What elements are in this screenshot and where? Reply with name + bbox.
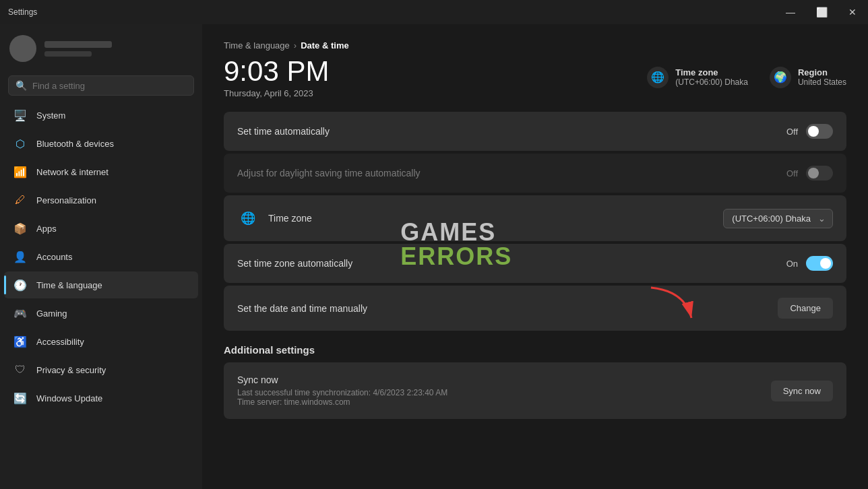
sidebar-item-gaming[interactable]: 🎮 Gaming xyxy=(4,300,198,327)
daylight-saving-row: Adjust for daylight saving time automati… xyxy=(224,154,846,193)
timezone-row-icon: 🌐 xyxy=(237,207,259,229)
window-controls: — ⬜ ✕ xyxy=(775,0,868,24)
time-value: 9:03 PM xyxy=(224,56,329,87)
sync-row: Sync now Last successful time synchroniz… xyxy=(224,362,846,419)
change-button[interactable]: Change xyxy=(778,298,833,319)
set-time-auto-label: Set time automatically xyxy=(237,126,330,137)
close-button[interactable]: ✕ xyxy=(837,0,868,24)
profile-section xyxy=(0,24,202,73)
region-label: Region xyxy=(798,67,846,77)
search-box[interactable]: 🔍 xyxy=(8,75,194,96)
time-meta: 🌐 Time zone (UTC+06:00) Dhaka 🌍 Region U… xyxy=(647,67,846,88)
profile-info xyxy=(44,41,112,57)
content-area: Time & language › Date & time 9:03 PM Th… xyxy=(202,24,868,489)
toggle-thumb xyxy=(808,126,819,137)
sync-now-button[interactable]: Sync now xyxy=(771,381,833,401)
sidebar-item-time-language[interactable]: 🕐 Time & language xyxy=(4,271,198,298)
sidebar-item-personalization[interactable]: 🖊 Personalization xyxy=(4,187,198,214)
sidebar-item-network[interactable]: 📶 Network & internet xyxy=(4,158,198,185)
sidebar-item-accounts[interactable]: 👤 Accounts xyxy=(4,243,198,270)
sidebar-label-apps: Apps xyxy=(36,224,57,234)
timezone-label: Time zone xyxy=(675,67,748,77)
timezone-row: 🌐 Time zone (UTC+06:00) Dhaka xyxy=(224,195,846,241)
time-display: 9:03 PM Thursday, April 6, 2023 xyxy=(224,56,329,98)
sync-info: Sync now Last successful time synchroniz… xyxy=(237,374,447,407)
region-value: United States xyxy=(798,77,846,87)
maximize-button[interactable]: ⬜ xyxy=(806,0,837,24)
privacy-icon: 🛡 xyxy=(13,363,27,377)
time-header: 9:03 PM Thursday, April 6, 2023 🌐 Time z… xyxy=(224,56,846,98)
breadcrumb-parent[interactable]: Time & language xyxy=(224,40,290,51)
sidebar-item-bluetooth[interactable]: ⬡ Bluetooth & devices xyxy=(4,130,198,157)
region-info: Region United States xyxy=(798,67,846,87)
window-title: Settings xyxy=(8,7,37,17)
set-time-auto-right: Off xyxy=(786,124,833,139)
additional-settings-heading: Additional settings xyxy=(224,344,846,356)
time-language-icon: 🕐 xyxy=(13,278,27,292)
date-value: Thursday, April 6, 2023 xyxy=(224,88,329,98)
set-timezone-auto-toggle[interactable] xyxy=(806,256,833,271)
apps-icon: 📦 xyxy=(13,222,27,235)
sidebar-label-gaming: Gaming xyxy=(36,308,67,319)
set-time-auto-toggle[interactable] xyxy=(806,124,833,139)
system-icon: 🖥️ xyxy=(13,108,27,122)
network-icon: 📶 xyxy=(13,165,27,178)
sync-title: Sync now xyxy=(237,374,447,385)
timezone-icon: 🌐 xyxy=(647,67,669,88)
app-body: 🔍 🖥️ System ⬡ Bluetooth & devices 📶 Netw… xyxy=(0,24,868,489)
profile-sub-placeholder xyxy=(44,51,92,57)
sidebar-label-personalization: Personalization xyxy=(36,195,96,205)
sidebar-label-accounts: Accounts xyxy=(36,252,72,262)
timezone-info: Time zone (UTC+06:00) Dhaka xyxy=(675,67,748,87)
change-btn-container: Change xyxy=(778,298,833,319)
daylight-saving-toggle[interactable] xyxy=(806,166,833,181)
daylight-saving-right: Off xyxy=(786,166,833,181)
toggle-thumb-3 xyxy=(820,258,831,269)
sync-detail-1: Last successful time synchronization: 4/… xyxy=(237,388,447,397)
minimize-button[interactable]: — xyxy=(775,0,806,24)
timezone-meta: 🌐 Time zone (UTC+06:00) Dhaka xyxy=(647,67,748,88)
accounts-icon: 👤 xyxy=(13,250,27,263)
personalization-icon: 🖊 xyxy=(13,193,27,207)
toggle-thumb-2 xyxy=(808,168,819,178)
daylight-saving-status: Off xyxy=(786,168,798,178)
sidebar-label-network: Network & internet xyxy=(36,167,108,177)
region-icon: 🌍 xyxy=(770,67,791,88)
search-input[interactable] xyxy=(32,81,187,91)
sidebar-label-bluetooth: Bluetooth & devices xyxy=(36,139,114,149)
set-time-auto-status: Off xyxy=(786,127,798,137)
set-time-auto-row: Set time automatically Off xyxy=(224,112,846,151)
bluetooth-icon: ⬡ xyxy=(13,137,27,150)
breadcrumb-current: Date & time xyxy=(301,40,349,51)
sidebar-item-system[interactable]: 🖥️ System xyxy=(4,102,198,129)
region-meta: 🌍 Region United States xyxy=(770,67,846,88)
sidebar-item-apps[interactable]: 📦 Apps xyxy=(4,215,198,242)
set-manual-row: Set the date and time manually Change xyxy=(224,286,846,331)
set-timezone-auto-status: On xyxy=(786,259,798,269)
accessibility-icon: ♿ xyxy=(13,335,27,348)
timezone-row-left: 🌐 Time zone xyxy=(237,207,312,229)
breadcrumb: Time & language › Date & time xyxy=(224,40,846,51)
sidebar-item-windows-update[interactable]: 🔄 Windows Update xyxy=(4,385,198,412)
windows-update-icon: 🔄 xyxy=(13,391,27,405)
sidebar-item-accessibility[interactable]: ♿ Accessibility xyxy=(4,328,198,355)
sync-detail-2: Time server: time.windows.com xyxy=(237,397,447,407)
timezone-dropdown[interactable]: (UTC+06:00) Dhaka xyxy=(723,209,833,228)
set-timezone-auto-right: On xyxy=(786,256,833,271)
daylight-saving-label: Adjust for daylight saving time automati… xyxy=(237,168,421,178)
titlebar: Settings — ⬜ ✕ xyxy=(0,0,868,24)
avatar xyxy=(9,35,36,62)
red-arrow-annotation xyxy=(644,284,698,325)
set-timezone-auto-label: Set time zone automatically xyxy=(237,258,352,269)
breadcrumb-chevron: › xyxy=(294,40,297,51)
profile-name-placeholder xyxy=(44,41,112,48)
sidebar-label-accessibility: Accessibility xyxy=(36,337,84,347)
sidebar-item-privacy[interactable]: 🛡 Privacy & security xyxy=(4,356,198,383)
set-manual-label: Set the date and time manually xyxy=(237,303,367,314)
sidebar-label-windows-update: Windows Update xyxy=(36,393,102,403)
sidebar-label-time-language: Time & language xyxy=(36,280,102,290)
set-timezone-auto-row: Set time zone automatically On xyxy=(224,244,846,283)
gaming-icon: 🎮 xyxy=(13,306,27,320)
search-icon: 🔍 xyxy=(16,80,27,91)
timezone-value: (UTC+06:00) Dhaka xyxy=(675,77,748,87)
